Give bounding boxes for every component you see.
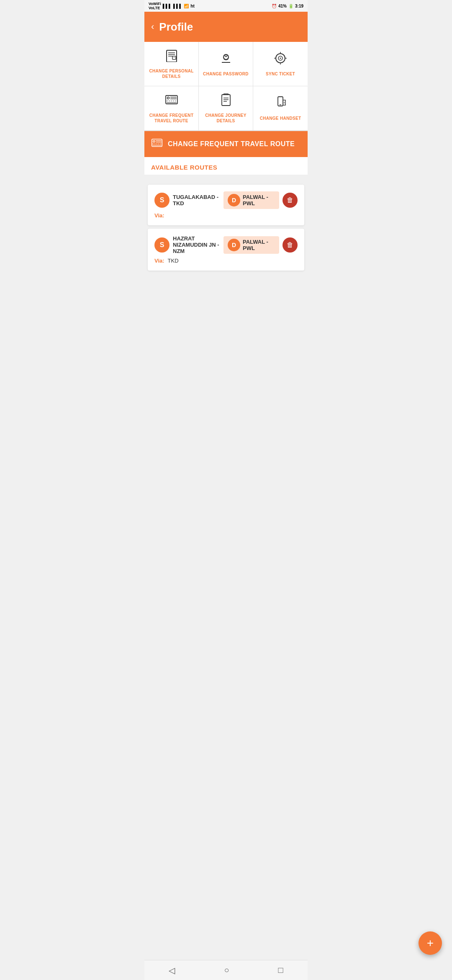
signal-icon-1: ▌▌▌ <box>163 4 172 8</box>
route-card-2-row: S HAZRAT NIZAMUDDIN JN - NZM D PALWAL - … <box>154 235 298 254</box>
delete-icon-1: 🗑 <box>287 196 293 204</box>
route-1-source-badge: S <box>154 193 170 208</box>
routes-wrapper: S TUGALAKABAD - TKD D PALWAL - PWL 🗑 Via… <box>144 178 308 277</box>
section-header-icon <box>151 137 163 151</box>
route-1-via-row: Via: <box>154 212 298 219</box>
menu-item-change-journey-details[interactable]: CHANGE JOURNEY DETAILS <box>199 86 253 131</box>
menu-item-change-handset[interactable]: CHANGE HANDSET <box>253 86 308 131</box>
change-frequent-travel-route-label: CHANGE FREQUENT TRAVEL ROUTE <box>148 113 195 124</box>
svg-point-25 <box>153 140 155 142</box>
route-2-dest-badge: D <box>228 239 240 251</box>
change-journey-details-icon <box>219 93 233 109</box>
route-2-dest-name: PALWAL - PWL <box>243 239 275 251</box>
route-2-via-label: Via: <box>154 258 164 264</box>
change-personal-details-label: CHANGE PERSONAL DETAILS <box>148 68 195 79</box>
route-1-dest-badge: D <box>228 194 240 206</box>
svg-point-11 <box>280 57 281 59</box>
route-2-delete-button[interactable]: 🗑 <box>282 237 298 253</box>
wifi-icon: 📶 <box>184 4 189 8</box>
route-1-source-name: TUGALAKABAD - TKD <box>173 194 220 206</box>
change-frequent-travel-route-icon <box>165 93 178 109</box>
route-2-dest-container: D PALWAL - PWL <box>223 236 279 254</box>
available-routes-label: AVAILABLE ROUTES <box>151 164 217 171</box>
change-password-icon <box>219 52 233 68</box>
route-2-source-name: HAZRAT NIZAMUDDIN JN - NZM <box>173 235 220 254</box>
svg-rect-4 <box>172 56 176 59</box>
vowifi-label: VoWiFiVoLTE <box>149 2 161 10</box>
route-1-via-label: Via: <box>154 212 164 219</box>
route-card-1-row: S TUGALAKABAD - TKD D PALWAL - PWL 🗑 <box>154 191 298 209</box>
svg-point-13 <box>167 97 169 99</box>
route-1-dest-container: D PALWAL - PWL <box>223 191 279 209</box>
svg-point-7 <box>225 54 227 57</box>
change-password-label: CHANGE PASSWORD <box>203 71 249 77</box>
delete-icon-2: 🗑 <box>287 241 293 249</box>
menu-item-change-password[interactable]: CHANGE PASSWORD <box>199 42 253 86</box>
available-routes-container: AVAILABLE ROUTES <box>144 157 308 175</box>
signal-icon-2: ▌▌▌ <box>173 4 182 8</box>
status-bar: VoWiFiVoLTE ▌▌▌ ▌▌▌ 📶 ht ⏰ 41% 🔋 3:19 <box>144 0 308 12</box>
menu-item-change-personal-details[interactable]: CHANGE PERSONAL DETAILS <box>144 42 199 86</box>
change-handset-icon <box>274 96 287 112</box>
route-2-via-row: Via: TKD <box>154 258 298 264</box>
route-1-dest-name: PALWAL - PWL <box>243 194 275 206</box>
menu-grid: CHANGE PERSONAL DETAILS CHANGE PASSWORD <box>144 42 308 131</box>
route-1-delete-button[interactable]: 🗑 <box>282 193 298 208</box>
status-right: ⏰ 41% 🔋 3:19 <box>272 4 303 8</box>
route-card-1: S TUGALAKABAD - TKD D PALWAL - PWL 🗑 Via… <box>148 185 304 225</box>
page-title: Profile <box>159 21 193 34</box>
sync-ticket-label: SYNC TICKET <box>266 71 295 77</box>
battery-icon: 🔋 <box>288 4 293 8</box>
route-2-source-badge: S <box>154 237 170 253</box>
battery-label: 41% <box>278 4 287 8</box>
status-left: VoWiFiVoLTE ▌▌▌ ▌▌▌ 📶 ht <box>149 2 195 10</box>
change-journey-details-label: CHANGE JOURNEY DETAILS <box>202 113 249 124</box>
back-button[interactable]: ‹ <box>151 21 154 32</box>
sim-icon: ht <box>190 4 194 8</box>
menu-item-sync-ticket[interactable]: SYNC TICKET <box>253 42 308 86</box>
route-2-via-value: TKD <box>168 258 179 264</box>
time-label: 3:19 <box>295 4 303 8</box>
sync-ticket-icon <box>274 52 287 68</box>
alarm-icon: ⏰ <box>272 4 277 8</box>
section-header-title: CHANGE FREQUENT TRAVEL ROUTE <box>168 140 295 148</box>
menu-item-change-frequent-travel-route[interactable]: CHANGE FREQUENT TRAVEL ROUTE <box>144 86 199 131</box>
change-handset-label: CHANGE HANDSET <box>260 116 301 121</box>
header: ‹ Profile <box>144 12 308 42</box>
section-header: CHANGE FREQUENT TRAVEL ROUTE <box>144 131 308 157</box>
route-card-2: S HAZRAT NIZAMUDDIN JN - NZM D PALWAL - … <box>148 229 304 271</box>
change-personal-details-icon <box>165 49 178 65</box>
